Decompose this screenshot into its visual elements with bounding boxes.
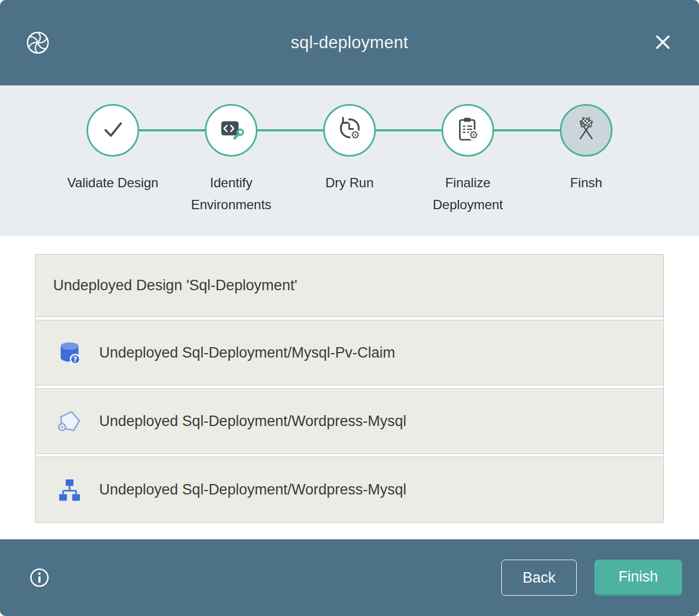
info-icon (28, 582, 50, 590)
step-label: Dry Run (325, 172, 374, 194)
topology-icon (55, 476, 84, 504)
step-label: Validate Design (67, 172, 158, 194)
step-circle-validate-design (87, 104, 139, 157)
step-validate-design: Validate Design (54, 104, 172, 215)
swirl-logo-icon (24, 29, 51, 56)
finish-button[interactable]: Finish (594, 560, 682, 596)
results-box: Undeployed Design 'Sql-Deployment' ? Und… (35, 254, 664, 523)
step-circle-finish (560, 104, 612, 157)
result-text: Undeployed Sql-Deployment/Wordpress-Mysq… (99, 413, 406, 430)
step-circle-finalize-deployment: ⚙ (442, 104, 494, 157)
step-label: Identify Environments (179, 172, 283, 215)
result-row-design: Undeployed Design 'Sql-Deployment' (36, 255, 663, 317)
step-identify-environments: Identify Environments (172, 104, 290, 215)
svg-text:⚙: ⚙ (351, 129, 360, 141)
check-icon (98, 114, 128, 146)
back-button[interactable]: Back (501, 560, 577, 596)
result-text: Undeployed Sql-Deployment/Mysql-Pv-Claim (99, 344, 395, 361)
svg-text:⚙: ⚙ (469, 129, 478, 141)
modal-footer: Back Finish (0, 539, 699, 616)
checkered-flags-icon (571, 114, 601, 146)
wizard-stepper: Validate Design Identify Environment (0, 85, 699, 236)
deployment-wizard-modal: sql-deployment Validate Design (0, 0, 699, 616)
close-button[interactable] (651, 31, 675, 55)
modal-header: sql-deployment (0, 0, 699, 85)
step-label: Finalize Deployment (416, 172, 520, 215)
step-dry-run: ⚙ Dry Run (290, 104, 409, 215)
result-row-pv-claim: ? Undeployed Sql-Deployment/Mysql-Pv-Cla… (36, 320, 663, 385)
info-button[interactable] (28, 567, 50, 589)
database-icon: ? (55, 338, 84, 367)
pod-icon (55, 407, 84, 435)
step-label: Finsh (570, 172, 603, 194)
result-row-service: Undeployed Sql-Deployment/Wordpress-Mysq… (36, 388, 663, 454)
step-circle-dry-run: ⚙ (323, 104, 376, 157)
modal-title: sql-deployment (291, 33, 408, 53)
code-wrench-icon (216, 114, 246, 146)
close-icon (652, 32, 673, 54)
result-row-deployment: Undeployed Sql-Deployment/Wordpress-Mysq… (36, 457, 663, 522)
step-circle-identify-environments (205, 104, 257, 157)
result-text: Undeployed Sql-Deployment/Wordpress-Mysq… (99, 481, 406, 498)
result-text: Undeployed Design 'Sql-Deployment' (53, 277, 297, 294)
results-section: Undeployed Design 'Sql-Deployment' ? Und… (0, 236, 699, 539)
history-gear-icon: ⚙ (335, 114, 364, 146)
step-finalize-deployment: ⚙ Finalize Deployment (409, 104, 527, 215)
clipboard-gear-icon: ⚙ (453, 114, 483, 146)
svg-text:?: ? (73, 355, 77, 364)
step-finish: Finsh (527, 104, 645, 215)
footer-buttons: Back Finish (501, 560, 682, 596)
